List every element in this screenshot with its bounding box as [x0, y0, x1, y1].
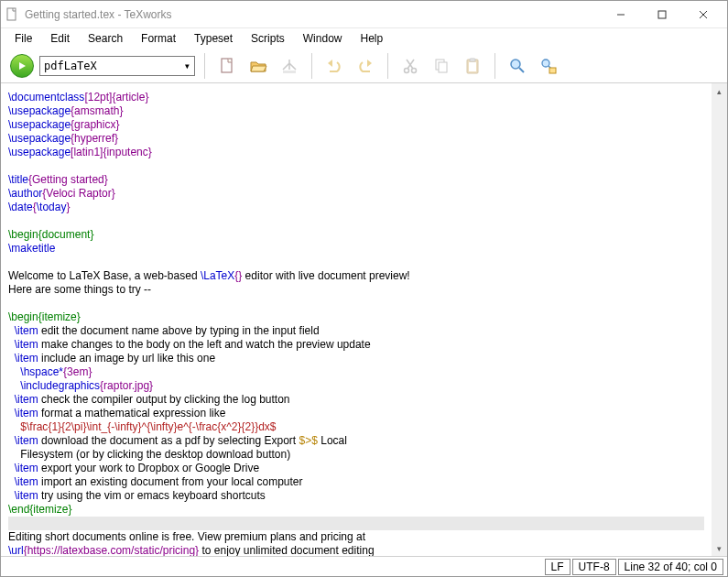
- status-bar: LF UTF-8 Line 32 of 40; col 0: [1, 556, 727, 576]
- save-button[interactable]: [277, 53, 302, 79]
- svg-rect-7: [283, 71, 296, 73]
- replace-button[interactable]: [536, 53, 561, 79]
- svg-marker-8: [328, 60, 332, 67]
- menu-search[interactable]: Search: [80, 30, 131, 47]
- separator: [204, 53, 205, 79]
- maximize-button[interactable]: [641, 1, 682, 27]
- menu-help[interactable]: Help: [352, 30, 391, 47]
- menu-window[interactable]: Window: [295, 30, 351, 47]
- svg-point-19: [511, 60, 520, 69]
- menu-typeset[interactable]: Typeset: [186, 30, 241, 47]
- status-cursor-position: Line 32 of 40; col 0: [618, 559, 723, 575]
- svg-rect-6: [222, 59, 232, 72]
- scroll-track[interactable]: [712, 99, 727, 540]
- separator: [311, 53, 312, 79]
- code-editor[interactable]: \documentclass[12pt]{article} \usepackag…: [1, 83, 712, 556]
- svg-rect-15: [439, 62, 447, 72]
- svg-rect-17: [470, 59, 475, 61]
- menu-bar: File Edit Search Format Typeset Scripts …: [1, 28, 727, 49]
- scroll-up-icon[interactable]: ▴: [712, 83, 727, 99]
- chevron-down-icon: ▾: [184, 60, 190, 72]
- open-button[interactable]: [245, 53, 271, 79]
- svg-marker-9: [367, 60, 372, 67]
- minimize-button[interactable]: [600, 1, 641, 27]
- toolbar: pdfLaTeX ▾: [1, 49, 727, 83]
- search-button[interactable]: [505, 53, 530, 79]
- menu-format[interactable]: Format: [133, 30, 184, 47]
- svg-rect-23: [549, 68, 556, 73]
- title-bar: Getting started.tex - TeXworks: [1, 1, 727, 28]
- status-line-ending[interactable]: LF: [545, 559, 570, 575]
- svg-point-11: [412, 68, 417, 72]
- svg-point-10: [405, 68, 409, 72]
- separator: [494, 53, 495, 79]
- menu-edit[interactable]: Edit: [42, 30, 78, 47]
- copy-button[interactable]: [429, 53, 454, 79]
- redo-button[interactable]: [353, 53, 378, 79]
- scroll-down-icon[interactable]: ▾: [712, 540, 727, 556]
- menu-scripts[interactable]: Scripts: [243, 30, 293, 47]
- menu-file[interactable]: File: [6, 30, 40, 47]
- svg-rect-2: [658, 11, 666, 18]
- svg-line-20: [519, 68, 524, 72]
- svg-line-12: [407, 60, 414, 69]
- format-select-value: pdfLaTeX: [44, 60, 97, 72]
- new-button[interactable]: [214, 53, 240, 79]
- status-encoding[interactable]: UTF-8: [572, 559, 616, 575]
- editor-area: \documentclass[12pt]{article} \usepackag…: [1, 83, 727, 556]
- format-select[interactable]: pdfLaTeX ▾: [39, 56, 195, 76]
- vertical-scrollbar[interactable]: ▴ ▾: [712, 83, 727, 556]
- paste-button[interactable]: [460, 53, 485, 79]
- separator: [387, 53, 388, 79]
- undo-button[interactable]: [321, 53, 347, 79]
- svg-rect-0: [7, 8, 16, 20]
- window-title: Getting started.tex - TeXworks: [25, 8, 600, 21]
- svg-rect-18: [469, 62, 476, 71]
- svg-point-21: [542, 60, 549, 67]
- document-icon: [5, 7, 19, 22]
- close-button[interactable]: [682, 1, 723, 27]
- svg-line-13: [407, 60, 413, 69]
- cut-button[interactable]: [397, 53, 423, 79]
- svg-marker-5: [19, 62, 26, 70]
- typeset-button[interactable]: [10, 54, 34, 78]
